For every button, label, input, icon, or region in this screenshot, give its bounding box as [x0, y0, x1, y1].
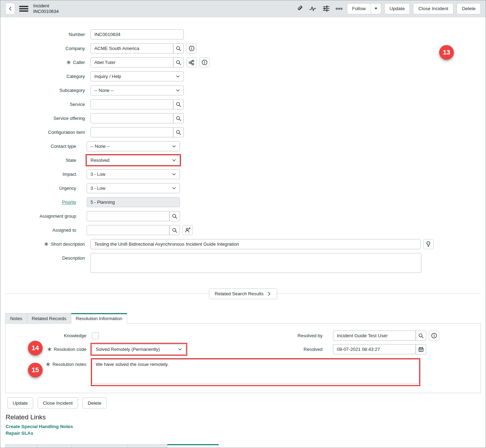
resolved-label: Resolved — [247, 347, 333, 352]
contact-type-label: Contact type — [0, 144, 87, 149]
assignment-group-lookup-button[interactable] — [169, 211, 180, 221]
update-button-bottom[interactable]: Update — [7, 397, 33, 409]
company-preview-button[interactable] — [186, 43, 197, 53]
lightbulb-icon — [426, 241, 431, 247]
company-label: Company — [0, 46, 90, 51]
chevron-down-icon — [172, 158, 176, 163]
tab-task-slas[interactable]: Task SLAs — [5, 444, 37, 448]
record-number: INC0010634 — [33, 9, 59, 14]
caller-label: Caller — [0, 60, 90, 65]
configuration-item-lookup-button[interactable] — [173, 127, 184, 137]
company-lookup-button[interactable] — [173, 43, 184, 53]
service-lookup-button[interactable] — [173, 99, 184, 109]
chevron-down-icon — [175, 74, 180, 79]
close-incident-button-bottom[interactable]: Close Incident — [38, 397, 78, 409]
personalize-form-button[interactable] — [321, 4, 331, 13]
subcategory-label: Subcategory — [0, 88, 90, 93]
resolved-calendar-button[interactable] — [416, 344, 426, 354]
required-asterisk-icon — [46, 362, 50, 367]
tab-child-incidents[interactable]: Child Incidents — [128, 444, 167, 448]
close-incident-button[interactable]: Close Incident — [413, 3, 454, 14]
caller-related-records-button[interactable] — [186, 57, 197, 67]
search-icon — [176, 46, 181, 51]
info-icon — [202, 59, 208, 65]
more-options-button[interactable] — [334, 6, 344, 12]
tab-affected-cis[interactable]: Affected CIs — [37, 444, 72, 448]
service-field[interactable] — [90, 99, 173, 109]
paperclip-icon — [297, 5, 303, 12]
category-select[interactable]: Inquiry / Help — [90, 71, 184, 81]
resolved-by-field[interactable] — [333, 331, 416, 341]
incident-form-page: { "colors": { "accent": "#1f8476", "anno… — [0, 0, 486, 448]
activity-stream-button[interactable] — [308, 4, 318, 13]
impact-select[interactable]: 3 - Low — [87, 169, 180, 179]
assign-to-me-button[interactable] — [182, 225, 193, 235]
assigned-to-field[interactable] — [87, 225, 169, 235]
chevron-down-icon — [172, 186, 176, 191]
service-offering-lookup-button[interactable] — [173, 113, 184, 123]
related-links-title: Related Links — [6, 413, 486, 421]
contact-type-select[interactable]: -- None -- — [87, 141, 180, 151]
related-search-results-button[interactable]: Related Search Results — [209, 288, 277, 299]
search-icon — [176, 102, 181, 107]
service-label: Service — [0, 102, 90, 107]
company-field[interactable] — [90, 43, 173, 53]
resolved-by-preview-button[interactable] — [429, 331, 439, 341]
hierarchy-icon — [189, 60, 194, 65]
urgency-select[interactable]: 3 - Low — [87, 183, 180, 193]
repair-slas-link[interactable]: Repair SLAs — [6, 431, 486, 436]
resolved-by-lookup-button[interactable] — [416, 331, 426, 341]
caller-preview-button[interactable] — [199, 57, 210, 67]
short-description-label: Short description — [0, 241, 90, 247]
tab-related-records[interactable]: Related Records — [27, 313, 71, 324]
category-label: Category — [0, 74, 90, 79]
short-description-field[interactable] — [90, 239, 421, 249]
subcategory-select[interactable]: -- None -- — [90, 85, 184, 95]
suggestion-button[interactable] — [423, 239, 434, 249]
update-button[interactable]: Update — [384, 3, 410, 14]
required-asterisk-icon — [66, 60, 71, 65]
delete-button-bottom[interactable]: Delete — [82, 397, 107, 409]
delete-button[interactable]: Delete — [457, 3, 481, 14]
state-select[interactable]: Resolved — [87, 155, 180, 165]
tab-resolution-information[interactable]: Resolution Information — [71, 313, 127, 324]
resolution-code-select[interactable]: Solved Remotely (Permanently) — [92, 344, 186, 354]
knowledge-label: Knowledge — [6, 333, 92, 338]
assigned-to-label: Assigned to — [0, 227, 87, 233]
related-list-tabs: Task SLAs Affected CIs Impacted Services… — [5, 444, 481, 448]
person-add-icon — [185, 227, 191, 233]
description-label: Description — [0, 253, 90, 261]
tab-unifi-integrations[interactable]: Unifi Integrations (1) — [167, 444, 219, 448]
search-icon — [172, 214, 177, 219]
search-icon — [176, 116, 181, 121]
follow-dropdown-button[interactable] — [371, 3, 381, 14]
configuration-item-field[interactable] — [90, 127, 173, 137]
back-button[interactable] — [5, 3, 15, 15]
top-bar: Incident INC0010634 Follow Upda — [0, 0, 486, 17]
info-icon — [189, 45, 195, 51]
resolved-date-field[interactable] — [333, 344, 416, 354]
create-special-handling-notes-link[interactable]: Create Special Handling Notes — [6, 424, 486, 429]
annotation-circle-15: 15 — [28, 363, 43, 377]
form-footer-buttons: Update Close Incident Delete — [7, 397, 486, 409]
assigned-to-lookup-button[interactable] — [169, 225, 180, 235]
knowledge-checkbox[interactable] — [92, 332, 99, 339]
priority-label-link[interactable]: Priority — [62, 200, 76, 205]
resolution-information-section: 14 15 Knowledge Resolution code Solved R… — [5, 323, 481, 393]
resolution-notes-field[interactable]: We have solved the issue remotely. — [92, 359, 419, 384]
tab-impacted-services[interactable]: Impacted Services/CIs — [72, 444, 128, 448]
annotation-circle-14: 14 — [28, 341, 43, 355]
chevron-down-icon — [172, 144, 176, 149]
follow-button[interactable]: Follow — [347, 3, 371, 14]
caller-lookup-button[interactable] — [173, 57, 184, 67]
tab-notes[interactable]: Notes — [5, 313, 27, 324]
service-offering-field[interactable] — [90, 113, 173, 123]
urgency-label: Urgency — [0, 186, 87, 191]
more-options-icon — [336, 7, 342, 10]
context-menu-icon[interactable] — [19, 6, 28, 12]
caller-field[interactable] — [90, 57, 173, 67]
number-field[interactable] — [90, 29, 184, 39]
assignment-group-field[interactable] — [87, 211, 169, 221]
attachment-button[interactable] — [295, 4, 305, 13]
description-field[interactable] — [90, 253, 421, 273]
